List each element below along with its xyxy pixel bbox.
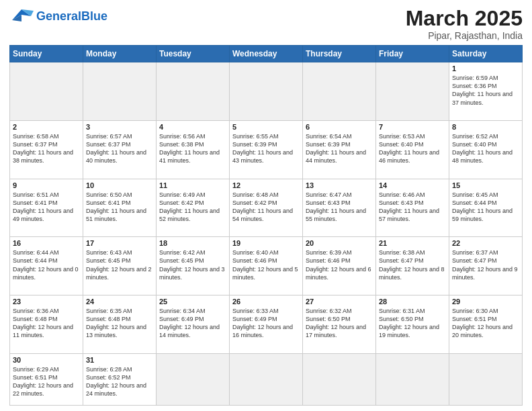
calendar-cell [230, 353, 303, 405]
day-info: Sunrise: 6:38 AMSunset: 6:47 PMDaylight:… [379, 248, 446, 281]
day-info: Sunrise: 6:34 AMSunset: 6:49 PMDaylight:… [159, 307, 226, 340]
day-info: Sunrise: 6:39 AMSunset: 6:46 PMDaylight:… [306, 248, 373, 281]
calendar-cell: 22Sunrise: 6:37 AMSunset: 6:47 PMDayligh… [449, 237, 523, 295]
day-number: 21 [379, 239, 446, 247]
day-number: 26 [232, 298, 300, 306]
day-number: 9 [13, 181, 80, 189]
day-info: Sunrise: 6:36 AMSunset: 6:48 PMDaylight:… [13, 307, 80, 340]
month-title: March 2025 [406, 7, 523, 30]
day-info: Sunrise: 6:50 AMSunset: 6:41 PMDaylight:… [86, 191, 153, 224]
day-number: 6 [306, 123, 373, 131]
calendar-week-row: 2Sunrise: 6:58 AMSunset: 6:37 PMDaylight… [10, 120, 523, 179]
calendar-cell: 4Sunrise: 6:56 AMSunset: 6:38 PMDaylight… [157, 120, 230, 179]
calendar-week-row: 9Sunrise: 6:51 AMSunset: 6:41 PMDaylight… [10, 179, 523, 237]
day-number: 7 [379, 123, 446, 131]
calendar-day-header: Monday [83, 46, 157, 62]
calendar-cell [303, 62, 376, 121]
day-number: 11 [159, 181, 226, 189]
day-number: 28 [379, 298, 446, 306]
calendar-cell: 27Sunrise: 6:32 AMSunset: 6:50 PMDayligh… [303, 295, 376, 353]
calendar-cell: 31Sunrise: 6:28 AMSunset: 6:52 PMDayligh… [83, 353, 157, 405]
calendar-cell: 25Sunrise: 6:34 AMSunset: 6:49 PMDayligh… [157, 295, 230, 353]
calendar-cell: 3Sunrise: 6:57 AMSunset: 6:37 PMDaylight… [83, 120, 157, 179]
calendar-cell: 29Sunrise: 6:30 AMSunset: 6:51 PMDayligh… [449, 295, 523, 353]
day-info: Sunrise: 6:51 AMSunset: 6:41 PMDaylight:… [13, 191, 80, 224]
calendar-cell: 17Sunrise: 6:43 AMSunset: 6:45 PMDayligh… [83, 237, 157, 295]
calendar-cell: 21Sunrise: 6:38 AMSunset: 6:47 PMDayligh… [376, 237, 449, 295]
day-info: Sunrise: 6:49 AMSunset: 6:42 PMDaylight:… [159, 191, 226, 224]
calendar-cell [83, 62, 157, 121]
day-info: Sunrise: 6:35 AMSunset: 6:48 PMDaylight:… [86, 307, 153, 340]
calendar-cell: 26Sunrise: 6:33 AMSunset: 6:49 PMDayligh… [230, 295, 303, 353]
calendar-day-header: Sunday [10, 46, 83, 62]
calendar-day-header: Saturday [449, 46, 523, 62]
title-block: March 2025 Pipar, Rajasthan, India [406, 7, 523, 41]
day-info: Sunrise: 6:47 AMSunset: 6:43 PMDaylight:… [306, 191, 373, 224]
day-info: Sunrise: 6:30 AMSunset: 6:51 PMDaylight:… [452, 307, 519, 340]
calendar-cell: 13Sunrise: 6:47 AMSunset: 6:43 PMDayligh… [303, 179, 376, 237]
calendar-cell: 19Sunrise: 6:40 AMSunset: 6:46 PMDayligh… [230, 237, 303, 295]
day-number: 12 [232, 181, 300, 189]
day-number: 18 [159, 239, 226, 247]
logo-icon [9, 7, 34, 26]
calendar-week-row: 30Sunrise: 6:29 AMSunset: 6:51 PMDayligh… [10, 353, 523, 405]
calendar-cell [303, 353, 376, 405]
day-info: Sunrise: 6:59 AMSunset: 6:36 PMDaylight:… [452, 74, 519, 107]
calendar-cell: 11Sunrise: 6:49 AMSunset: 6:42 PMDayligh… [157, 179, 230, 237]
day-number: 22 [452, 239, 519, 247]
calendar-cell: 15Sunrise: 6:45 AMSunset: 6:44 PMDayligh… [449, 179, 523, 237]
page: GeneralBlue March 2025 Pipar, Rajasthan,… [0, 0, 532, 411]
day-number: 1 [452, 64, 519, 73]
day-info: Sunrise: 6:43 AMSunset: 6:45 PMDaylight:… [86, 248, 153, 281]
calendar-week-row: 16Sunrise: 6:44 AMSunset: 6:44 PMDayligh… [10, 237, 523, 295]
calendar-cell: 28Sunrise: 6:31 AMSunset: 6:50 PMDayligh… [376, 295, 449, 353]
day-info: Sunrise: 6:32 AMSunset: 6:50 PMDaylight:… [306, 307, 373, 340]
day-info: Sunrise: 6:57 AMSunset: 6:37 PMDaylight:… [86, 132, 153, 165]
day-number: 29 [452, 298, 519, 306]
calendar-cell: 6Sunrise: 6:54 AMSunset: 6:39 PMDaylight… [303, 120, 376, 179]
calendar-cell: 24Sunrise: 6:35 AMSunset: 6:48 PMDayligh… [83, 295, 157, 353]
calendar-day-header: Tuesday [157, 46, 230, 62]
day-number: 2 [13, 123, 80, 131]
day-number: 20 [306, 239, 373, 247]
day-info: Sunrise: 6:46 AMSunset: 6:43 PMDaylight:… [379, 191, 446, 224]
calendar-cell: 18Sunrise: 6:42 AMSunset: 6:45 PMDayligh… [157, 237, 230, 295]
day-info: Sunrise: 6:37 AMSunset: 6:47 PMDaylight:… [452, 248, 519, 281]
day-number: 14 [379, 181, 446, 189]
day-number: 16 [13, 239, 80, 247]
day-info: Sunrise: 6:53 AMSunset: 6:40 PMDaylight:… [379, 132, 446, 165]
logo-text: GeneralBlue [36, 10, 107, 22]
calendar-cell: 20Sunrise: 6:39 AMSunset: 6:46 PMDayligh… [303, 237, 376, 295]
day-number: 13 [306, 181, 373, 189]
calendar-week-row: 1Sunrise: 6:59 AMSunset: 6:36 PMDaylight… [10, 62, 523, 121]
logo-general: General [36, 9, 81, 23]
day-info: Sunrise: 6:58 AMSunset: 6:37 PMDaylight:… [13, 132, 80, 165]
calendar-cell [449, 353, 523, 405]
calendar-cell: 10Sunrise: 6:50 AMSunset: 6:41 PMDayligh… [83, 179, 157, 237]
day-info: Sunrise: 6:33 AMSunset: 6:49 PMDaylight:… [232, 307, 300, 340]
calendar-day-header: Wednesday [230, 46, 303, 62]
day-info: Sunrise: 6:28 AMSunset: 6:52 PMDaylight:… [86, 365, 153, 398]
day-number: 30 [13, 356, 80, 364]
day-info: Sunrise: 6:54 AMSunset: 6:39 PMDaylight:… [306, 132, 373, 165]
calendar-header-row: SundayMondayTuesdayWednesdayThursdayFrid… [10, 46, 523, 62]
calendar-cell: 1Sunrise: 6:59 AMSunset: 6:36 PMDaylight… [449, 62, 523, 121]
calendar-cell [376, 62, 449, 121]
day-info: Sunrise: 6:44 AMSunset: 6:44 PMDaylight:… [13, 248, 80, 281]
calendar-cell [10, 62, 83, 121]
calendar-cell: 16Sunrise: 6:44 AMSunset: 6:44 PMDayligh… [10, 237, 83, 295]
calendar-week-row: 23Sunrise: 6:36 AMSunset: 6:48 PMDayligh… [10, 295, 523, 353]
calendar-cell: 12Sunrise: 6:48 AMSunset: 6:42 PMDayligh… [230, 179, 303, 237]
calendar-day-header: Friday [376, 46, 449, 62]
day-number: 8 [452, 123, 519, 131]
day-info: Sunrise: 6:48 AMSunset: 6:42 PMDaylight:… [232, 191, 300, 224]
calendar-cell: 9Sunrise: 6:51 AMSunset: 6:41 PMDaylight… [10, 179, 83, 237]
day-number: 31 [86, 356, 153, 364]
day-number: 25 [159, 298, 226, 306]
calendar-cell [376, 353, 449, 405]
logo: GeneralBlue [9, 7, 107, 26]
calendar-cell: 8Sunrise: 6:52 AMSunset: 6:40 PMDaylight… [449, 120, 523, 179]
location-title: Pipar, Rajasthan, India [406, 30, 523, 41]
calendar-cell: 5Sunrise: 6:55 AMSunset: 6:39 PMDaylight… [230, 120, 303, 179]
calendar-cell [157, 353, 230, 405]
